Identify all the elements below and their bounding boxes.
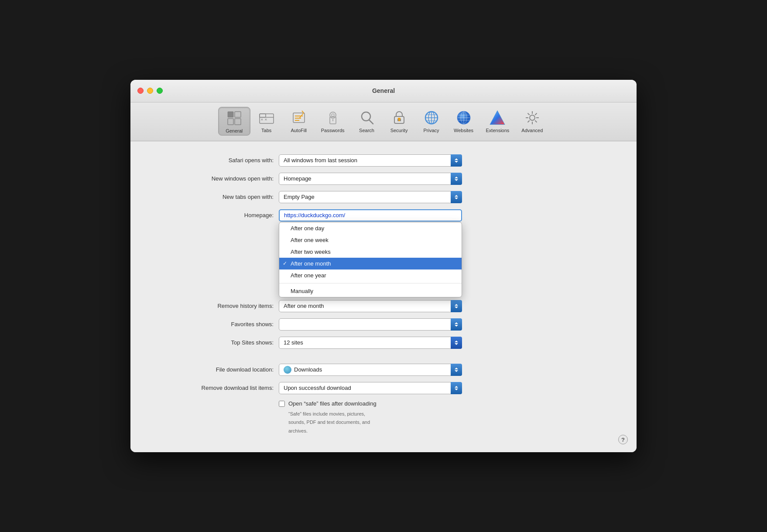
new-tabs-select[interactable]: Empty Page (279, 191, 462, 203)
new-windows-label: New windows open with: (157, 175, 279, 182)
favorites-label: Favorites shows: (157, 321, 279, 327)
autofill-label: AutoFill (291, 128, 307, 133)
open-safe-files-label: Open “safe” files after downloading (288, 400, 377, 407)
toolbar-item-autofill[interactable]: AutoFill (283, 107, 315, 136)
dropdown-divider (279, 283, 462, 283)
close-button[interactable] (137, 88, 144, 94)
content-area: Safari opens with: All windows from last… (130, 141, 637, 453)
new-tabs-control: Empty Page (279, 191, 462, 203)
tabs-icon: ✕ ✕ (257, 109, 276, 127)
toolbar-item-passwords[interactable]: Passwords (315, 107, 351, 136)
new-windows-select[interactable]: Homepage (279, 173, 462, 185)
remove-history-control: After one month (279, 300, 462, 312)
toolbar-item-websites[interactable]: Websites (448, 107, 480, 136)
remove-history-label: Remove history items: (157, 303, 279, 309)
file-download-label: File download location: (157, 366, 279, 373)
security-label: Security (390, 128, 408, 133)
homepage-label: Homepage: (157, 212, 279, 218)
spacer-1 (157, 355, 610, 364)
search-icon (358, 109, 376, 127)
privacy-label: Privacy (423, 128, 439, 133)
svg-line-20 (369, 120, 373, 124)
new-windows-control: Homepage (279, 173, 462, 185)
svg-rect-0 (228, 112, 233, 117)
traffic-lights (137, 88, 163, 94)
toolbar-item-tabs[interactable]: ✕ ✕ Tabs (250, 107, 283, 136)
svg-line-46 (535, 120, 537, 122)
svg-line-48 (527, 120, 529, 122)
safari-opens-control: All windows from last session (279, 154, 462, 167)
zoom-button[interactable] (157, 88, 163, 94)
autofill-icon (290, 109, 308, 127)
remove-history-row: Remove history items: After one month (157, 300, 610, 312)
new-tabs-label: New tabs open with: (157, 194, 279, 200)
svg-rect-23 (398, 118, 401, 119)
new-windows-row: New windows open with: Homepage (157, 173, 610, 185)
top-sites-control: 12 sites (279, 337, 462, 349)
help-button[interactable]: ? (618, 435, 628, 444)
homepage-row: Homepage: After one day After one week A… (157, 209, 610, 222)
svg-rect-1 (228, 119, 233, 125)
extensions-label: Extensions (486, 128, 510, 133)
security-icon (390, 109, 408, 127)
toolbar-item-advanced[interactable]: Advanced (515, 107, 549, 136)
remove-download-label: Remove download list items: (157, 385, 279, 391)
svg-point-40 (530, 115, 535, 120)
svg-line-45 (527, 113, 529, 115)
tabs-label: Tabs (261, 128, 271, 133)
open-safe-files-row: Open “safe” files after downloading (279, 400, 610, 407)
dropdown-item-manually[interactable]: Manually (279, 285, 462, 297)
history-dropdown: After one day After one week After two w… (279, 222, 462, 297)
privacy-icon (422, 109, 441, 127)
passwords-icon (324, 109, 342, 127)
toolbar-item-privacy[interactable]: Privacy (415, 107, 448, 136)
dropdown-item-after-two-weeks[interactable]: After two weeks (279, 246, 462, 258)
dropdown-item-after-one-day[interactable]: After one day (279, 222, 462, 234)
svg-rect-5 (260, 114, 266, 117)
svg-line-47 (535, 113, 537, 115)
homepage-input[interactable] (279, 209, 462, 222)
file-download-control: Downloads (279, 364, 462, 376)
websites-label: Websites (454, 128, 473, 133)
svg-marker-39 (490, 111, 504, 124)
new-tabs-row: New tabs open with: Empty Page (157, 191, 610, 203)
favorites-select[interactable] (279, 318, 462, 331)
search-label: Search (359, 128, 374, 133)
homepage-control: After one day After one week After two w… (279, 209, 462, 222)
svg-text:✕: ✕ (264, 118, 267, 122)
general-icon (225, 109, 243, 127)
open-safe-files-checkbox[interactable] (279, 401, 285, 407)
toolbar-item-extensions[interactable]: Extensions (480, 107, 516, 136)
top-sites-select[interactable]: 12 sites (279, 337, 462, 349)
top-sites-row: Top Sites shows: 12 sites (157, 337, 610, 349)
safari-opens-row: Safari opens with: All windows from last… (157, 154, 610, 167)
remove-history-select[interactable]: After one month (279, 300, 462, 312)
dropdown-item-after-one-week[interactable]: After one week (279, 234, 462, 246)
toolbar-item-security[interactable]: Security (383, 107, 415, 136)
advanced-label: Advanced (521, 128, 543, 133)
remove-download-select[interactable]: Upon successful download (279, 382, 462, 394)
remove-download-row: Remove download list items: Upon success… (157, 382, 610, 394)
dropdown-item-after-one-year[interactable]: After one year (279, 269, 462, 281)
titlebar: General (130, 80, 637, 102)
svg-rect-3 (235, 119, 241, 125)
file-download-select[interactable]: Downloads (279, 364, 462, 376)
svg-point-17 (332, 114, 334, 116)
toolbar-item-general[interactable]: General (218, 107, 250, 136)
safari-opens-select[interactable]: All windows from last session (279, 154, 462, 167)
general-label: General (226, 128, 243, 133)
favorites-control (279, 318, 462, 331)
websites-icon (455, 109, 473, 127)
remove-download-control: Upon successful download (279, 382, 462, 394)
toolbar-item-search[interactable]: Search (351, 107, 383, 136)
main-window: General General ✕ (130, 80, 637, 453)
window-title: General (372, 87, 395, 94)
safe-files-help: “Safe” files include movies, pictures, s… (288, 409, 610, 435)
downloads-folder-icon (284, 366, 291, 374)
top-sites-label: Top Sites shows: (157, 339, 279, 346)
file-download-row: File download location: Downloads (157, 364, 610, 376)
passwords-label: Passwords (321, 128, 345, 133)
dropdown-item-after-one-month[interactable]: After one month (279, 258, 462, 269)
minimize-button[interactable] (147, 88, 153, 94)
toolbar: General ✕ ✕ Tabs (130, 102, 637, 141)
